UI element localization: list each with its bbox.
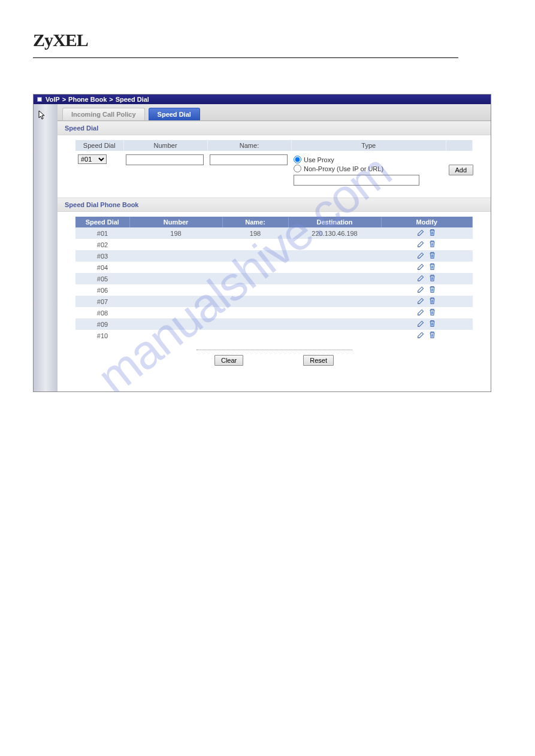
edit-icon[interactable]: [417, 263, 425, 272]
col-header-name: Name:: [207, 140, 291, 151]
delete-icon[interactable]: [428, 274, 436, 283]
brand-logo: ZyXEL: [33, 30, 535, 50]
left-gradient-sidebar: [34, 104, 58, 391]
pb-col-number: Number: [129, 217, 222, 227]
table-row: #03: [75, 250, 473, 262]
cell-name: [222, 250, 288, 262]
cell-speeddial: #10: [75, 330, 129, 341]
delete-icon[interactable]: [428, 320, 436, 329]
breadcrumb-item-phonebook[interactable]: Phone Book: [68, 96, 107, 103]
table-row: #10: [75, 330, 473, 341]
tab-incoming-call-policy[interactable]: Incoming Call Policy: [62, 108, 145, 120]
header-rule: [33, 57, 458, 58]
clear-button[interactable]: Clear: [214, 355, 243, 366]
pb-col-modify: Modify: [381, 217, 473, 227]
non-proxy-url-input[interactable]: [294, 175, 419, 186]
radio-non-proxy[interactable]: [294, 165, 301, 172]
cell-name: [222, 296, 288, 307]
cell-speeddial: #04: [75, 262, 129, 273]
pb-col-name: Name:: [222, 217, 288, 227]
cell-name: [222, 262, 288, 273]
cell-speeddial: #07: [75, 296, 129, 307]
edit-icon[interactable]: [417, 240, 425, 249]
delete-icon[interactable]: [428, 308, 436, 317]
col-header-type: Type: [291, 140, 446, 151]
cell-number: [129, 250, 222, 262]
cell-number: [129, 318, 222, 330]
cell-destination: [288, 318, 381, 330]
cell-name: [222, 318, 288, 330]
cell-name: [222, 239, 288, 250]
delete-icon[interactable]: [428, 229, 436, 238]
table-row: #02: [75, 239, 473, 250]
delete-icon[interactable]: [428, 297, 436, 306]
pb-col-speeddial: Speed Dial: [75, 217, 129, 227]
phonebook-table: Speed Dial Number Name: Destination Modi…: [75, 217, 473, 341]
table-row: #08: [75, 307, 473, 318]
table-row: #04: [75, 262, 473, 273]
radio-use-proxy[interactable]: [294, 156, 301, 163]
cell-destination: [288, 262, 381, 273]
edit-icon[interactable]: [417, 331, 425, 340]
breadcrumb-item-speeddial: Speed Dial: [116, 96, 149, 103]
table-row: #07: [75, 296, 473, 307]
edit-icon[interactable]: [417, 308, 425, 317]
cell-destination: [288, 307, 381, 318]
cell-speeddial: #05: [75, 273, 129, 284]
edit-icon[interactable]: [417, 251, 425, 260]
app-window: VoIP > Phone Book > Speed Dial Incoming …: [33, 94, 491, 392]
cell-number: [129, 239, 222, 250]
delete-icon[interactable]: [428, 263, 436, 272]
cell-destination: [288, 250, 381, 262]
section-header-phonebook: Speed Dial Phone Book: [58, 198, 491, 212]
edit-icon[interactable]: [417, 297, 425, 306]
section-header-speed-dial: Speed Dial: [58, 121, 491, 135]
delete-icon[interactable]: [428, 251, 436, 260]
add-button[interactable]: Add: [449, 165, 474, 175]
name-input[interactable]: [210, 154, 288, 165]
table-row: #06: [75, 284, 473, 296]
cell-speeddial: #06: [75, 284, 129, 296]
delete-icon[interactable]: [428, 286, 436, 294]
delete-icon[interactable]: [428, 240, 436, 249]
col-header-number: Number: [123, 140, 207, 151]
cell-destination: [288, 284, 381, 296]
delete-icon[interactable]: [428, 331, 436, 340]
radio-use-proxy-label: Use Proxy: [304, 156, 334, 163]
pb-col-destination: Destination: [288, 217, 381, 227]
cell-destination: [288, 239, 381, 250]
breadcrumb-item-voip[interactable]: VoIP: [46, 96, 60, 103]
tab-speed-dial[interactable]: Speed Dial: [149, 108, 200, 120]
edit-icon[interactable]: [417, 320, 425, 329]
reset-button[interactable]: Reset: [303, 355, 334, 366]
cell-number: 198: [129, 227, 222, 239]
edit-icon[interactable]: [417, 274, 425, 283]
edit-icon[interactable]: [417, 229, 425, 238]
table-row: #09: [75, 318, 473, 330]
breadcrumb-sep: >: [109, 96, 113, 103]
speed-dial-select[interactable]: #01: [78, 154, 107, 164]
tabs-row: Incoming Call Policy Speed Dial: [58, 104, 491, 121]
radio-non-proxy-label: Non-Proxy (Use IP or URL): [304, 165, 383, 172]
cell-name: [222, 307, 288, 318]
edit-icon[interactable]: [417, 286, 425, 294]
cell-number: [129, 262, 222, 273]
number-input[interactable]: [126, 154, 204, 165]
breadcrumb: VoIP > Phone Book > Speed Dial: [34, 95, 491, 104]
table-row: #01198198220.130.46.198: [75, 227, 473, 239]
cell-name: 198: [222, 227, 288, 239]
cursor-icon: [38, 110, 46, 122]
cell-number: [129, 296, 222, 307]
breadcrumb-sep: >: [62, 96, 66, 103]
breadcrumb-icon: [37, 97, 42, 102]
dotted-separator: [197, 350, 352, 350]
cell-number: [129, 273, 222, 284]
input-table: Speed Dial Number Name: Type #01: [75, 140, 473, 189]
cell-destination: [288, 273, 381, 284]
cell-speeddial: #01: [75, 227, 129, 239]
cell-number: [129, 330, 222, 341]
col-header-speeddial: Speed Dial: [75, 140, 123, 151]
table-row: #05: [75, 273, 473, 284]
cell-destination: [288, 296, 381, 307]
cell-speeddial: #09: [75, 318, 129, 330]
